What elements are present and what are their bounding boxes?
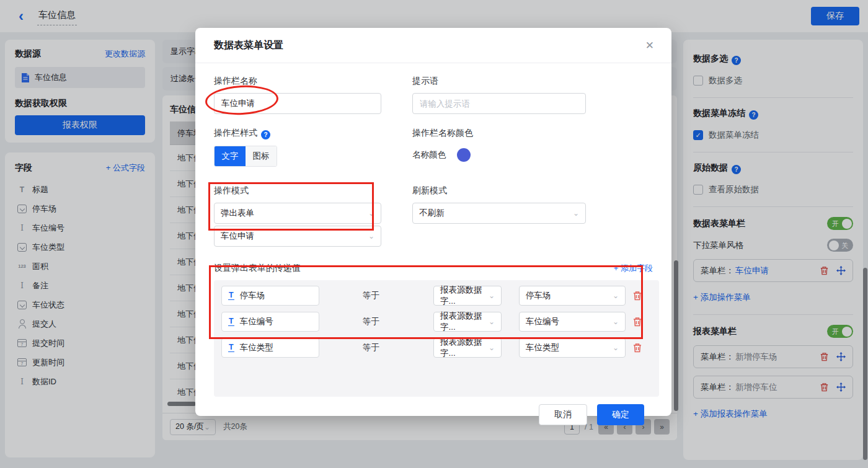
source-field-value: 车位类型 — [526, 342, 559, 353]
action-mode-select[interactable]: 弹出表单 ⌄ — [214, 203, 381, 224]
transfer-field-input[interactable]: T车位类型 — [221, 338, 319, 358]
transfer-values-box: T停车场 等于 报表源数据字...⌄ 停车场⌄ T车位编号 等于 报表源数据字.… — [214, 280, 659, 397]
action-name-label: 操作栏名称 — [214, 76, 381, 87]
color-name-label: 名称颜色 — [412, 149, 446, 161]
source-type-select[interactable]: 报表源数据字...⌄ — [433, 338, 502, 358]
source-type-value: 报表源数据字... — [440, 285, 489, 307]
source-field-select[interactable]: 车位编号⌄ — [519, 312, 626, 332]
source-type-value: 报表源数据字... — [440, 311, 489, 333]
trash-icon[interactable] — [632, 291, 642, 301]
action-style-segmented: 文字 图标 — [214, 146, 277, 167]
chevron-down-icon: ⌄ — [613, 291, 619, 300]
transfer-field-input[interactable]: T车位编号 — [221, 312, 319, 332]
transfer-row: T停车场 等于 报表源数据字...⌄ 停车场⌄ — [221, 286, 652, 306]
trash-icon[interactable] — [632, 317, 642, 327]
help-icon[interactable]: ? — [261, 130, 270, 139]
chevron-down-icon: ⌄ — [489, 317, 495, 326]
chevron-down-icon: ⌄ — [573, 209, 579, 218]
tip-input[interactable] — [412, 93, 586, 114]
transfer-field-input[interactable]: T停车场 — [221, 286, 319, 306]
table-menu-settings-dialog: 数据表菜单设置 ✕ 操作栏名称 提示语 操作栏样式? 文字 — [195, 28, 671, 416]
source-field-select[interactable]: 停车场⌄ — [519, 286, 626, 306]
action-style-label: 操作栏样式? — [214, 128, 381, 139]
style-text-option[interactable]: 文字 — [215, 146, 246, 166]
source-field-select[interactable]: 车位类型⌄ — [519, 338, 626, 358]
source-type-value: 报表源数据字... — [440, 337, 489, 359]
action-name-color-label: 操作栏名称颜色 — [412, 128, 586, 139]
chevron-down-icon: ⌄ — [368, 232, 374, 241]
transfer-field-value: 车位类型 — [240, 342, 273, 353]
text-type-icon: T — [228, 317, 234, 327]
dialog-title: 数据表菜单设置 — [214, 39, 283, 52]
popup-form-value: 车位申请 — [221, 231, 254, 242]
refresh-mode-select[interactable]: 不刷新 ⌄ — [412, 203, 586, 224]
close-icon[interactable]: ✕ — [645, 39, 654, 52]
operator-label: 等于 — [363, 290, 381, 301]
transfer-values-label: 设置弹出表单的传递值 — [214, 263, 301, 274]
chevron-down-icon: ⌄ — [489, 343, 495, 352]
tip-label: 提示语 — [412, 76, 586, 87]
add-field-link[interactable]: + 添加字段 — [614, 263, 653, 274]
transfer-field-value: 车位编号 — [240, 316, 273, 327]
chevron-down-icon: ⌄ — [613, 317, 619, 326]
app-root: ‹ 车位信息 保存 数据源 更改数据源 车位信息 数据获取权限 报表权限 字段 … — [0, 0, 868, 468]
refresh-mode-label: 刷新模式 — [412, 185, 586, 196]
text-type-icon: T — [228, 343, 234, 353]
chevron-down-icon: ⌄ — [368, 209, 374, 218]
confirm-button[interactable]: 确定 — [597, 404, 644, 425]
cancel-button[interactable]: 取消 — [539, 404, 587, 425]
trash-icon[interactable] — [632, 343, 642, 353]
source-field-value: 停车场 — [526, 290, 551, 301]
color-swatch[interactable] — [457, 148, 471, 162]
transfer-row: T车位编号 等于 报表源数据字...⌄ 车位编号⌄ — [221, 312, 652, 332]
operator-label: 等于 — [363, 316, 381, 327]
text-type-icon: T — [228, 291, 234, 301]
source-type-select[interactable]: 报表源数据字...⌄ — [433, 312, 502, 332]
action-mode-value: 弹出表单 — [221, 208, 254, 219]
transfer-field-value: 停车场 — [240, 290, 265, 301]
popup-form-select[interactable]: 车位申请 ⌄ — [214, 226, 381, 247]
chevron-down-icon: ⌄ — [489, 291, 495, 300]
action-name-input[interactable] — [214, 93, 381, 114]
operator-label: 等于 — [363, 342, 381, 353]
action-mode-label: 操作模式 — [214, 185, 381, 196]
refresh-mode-value: 不刷新 — [419, 208, 445, 219]
style-icon-option[interactable]: 图标 — [246, 146, 277, 166]
source-type-select[interactable]: 报表源数据字...⌄ — [433, 286, 502, 306]
transfer-row: T车位类型 等于 报表源数据字...⌄ 车位类型⌄ — [221, 338, 652, 358]
source-field-value: 车位编号 — [526, 316, 559, 327]
chevron-down-icon: ⌄ — [613, 343, 619, 352]
